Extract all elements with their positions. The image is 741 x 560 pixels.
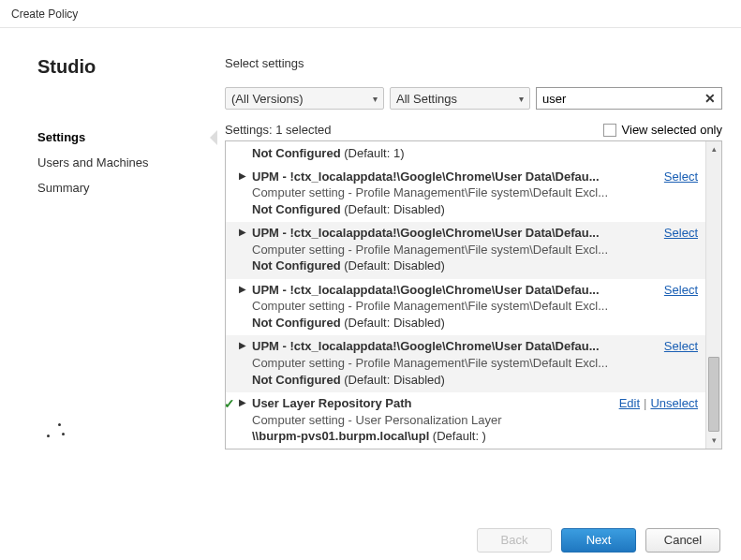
- nav-summary[interactable]: Summary: [37, 175, 215, 200]
- count-prefix: Settings:: [225, 123, 273, 137]
- versions-dropdown-label: (All Versions): [231, 92, 304, 106]
- chevron-down-icon: ▾: [373, 94, 378, 104]
- row-actions: Select: [664, 169, 698, 185]
- select-link[interactable]: Select: [664, 339, 698, 353]
- setting-row[interactable]: ▶ Select UPM - !ctx_localappdata!\Google…: [226, 279, 705, 336]
- scope-dropdown[interactable]: All Settings ▾: [390, 87, 530, 110]
- studio-title: Studio: [37, 56, 215, 78]
- expand-icon[interactable]: ▶: [239, 169, 246, 183]
- next-button[interactable]: Next: [561, 528, 636, 553]
- wizard-nav: Settings Users and Machines Summary: [37, 125, 215, 200]
- back-button: Back: [477, 528, 552, 553]
- settings-count: Settings: 1 selected: [225, 123, 331, 137]
- check-icon: ✓: [226, 395, 235, 413]
- expand-icon[interactable]: ▶: [239, 283, 246, 296]
- content-header: Select settings: [225, 56, 722, 70]
- row-actions: Select: [664, 338, 698, 355]
- setting-status: Not Configured (Default: Disabled): [252, 372, 700, 389]
- scroll-up-icon[interactable]: ▴: [706, 141, 721, 157]
- content: Select settings (All Versions) ▾ All Set…: [215, 28, 741, 524]
- select-link[interactable]: Select: [664, 169, 698, 184]
- setting-title: UPM - !ctx_localappdata!\Google\Chrome\U…: [252, 282, 700, 299]
- view-selected-label: View selected only: [622, 123, 722, 137]
- view-selected-checkbox[interactable]: [603, 124, 616, 137]
- row-actions: Edit|Unselect: [619, 395, 698, 412]
- edit-link[interactable]: Edit: [619, 396, 640, 410]
- setting-title: UPM - !ctx_localappdata!\Google\Chrome\U…: [252, 169, 700, 185]
- setting-sub: Computer setting - Profile Management\Fi…: [252, 298, 700, 315]
- nav-settings[interactable]: Settings: [37, 125, 215, 150]
- setting-sub: Computer setting - Profile Management\Fi…: [252, 355, 700, 372]
- sidebar: Studio Settings Users and Machines Summa…: [0, 28, 215, 524]
- cancel-button[interactable]: Cancel: [645, 528, 720, 553]
- view-selected-wrap: View selected only: [603, 123, 722, 137]
- main: Studio Settings Users and Machines Summa…: [0, 28, 741, 524]
- nav-label: Settings: [37, 130, 85, 144]
- count-value: 1 selected: [275, 123, 331, 137]
- expand-icon[interactable]: ▶: [239, 396, 246, 409]
- setting-status: \\burpm-pvs01.burpm.local\upl (Default: …: [252, 428, 700, 445]
- select-link[interactable]: Select: [664, 283, 698, 297]
- setting-status: Not Configured (Default: Disabled): [252, 258, 700, 274]
- setting-row[interactable]: ▶ Select UPM - !ctx_localappdata!\Google…: [226, 335, 705, 392]
- filter-row: (All Versions) ▾ All Settings ▾ ✕: [225, 87, 722, 110]
- search-input[interactable]: [542, 92, 704, 106]
- scrollbar[interactable]: ▴ ▾: [705, 141, 721, 449]
- scroll-thumb[interactable]: [708, 357, 719, 432]
- select-link[interactable]: Select: [664, 226, 698, 240]
- setting-sub: Computer setting - Profile Management\Fi…: [252, 184, 700, 201]
- row-actions: Select: [664, 225, 698, 242]
- setting-sub: Computer setting - User Personalization …: [252, 412, 700, 429]
- chevron-down-icon: ▾: [519, 94, 524, 104]
- setting-row[interactable]: ✓ ▶ Edit|Unselect User Layer Repository …: [226, 392, 705, 449]
- setting-title: UPM - !ctx_localappdata!\Google\Chrome\U…: [252, 225, 700, 242]
- setting-status: Not Configured (Default: 1): [252, 145, 700, 162]
- setting-status: Not Configured (Default: Disabled): [252, 201, 700, 218]
- setting-status: Not Configured (Default: Disabled): [252, 315, 700, 332]
- loading-dots-icon: [47, 421, 66, 440]
- setting-title: UPM - !ctx_localappdata!\Google\Chrome\U…: [252, 338, 700, 355]
- scroll-down-icon[interactable]: ▾: [706, 433, 721, 449]
- setting-row[interactable]: Not Configured (Default: 1): [226, 141, 705, 166]
- versions-dropdown[interactable]: (All Versions) ▾: [225, 87, 384, 110]
- unselect-link[interactable]: Unselect: [650, 396, 698, 410]
- search-box: ✕: [536, 87, 722, 110]
- wizard-buttons: Back Next Cancel: [477, 528, 720, 553]
- row-actions: Select: [664, 282, 698, 299]
- expand-icon[interactable]: ▶: [239, 226, 246, 239]
- count-row: Settings: 1 selected View selected only: [225, 123, 722, 137]
- expand-icon[interactable]: ▶: [239, 339, 246, 352]
- settings-list-body: Not Configured (Default: 1) ▶ Select UPM…: [226, 141, 705, 449]
- setting-sub: Computer setting - Profile Management\Fi…: [252, 242, 700, 258]
- action-sep: |: [644, 396, 646, 410]
- settings-list: Not Configured (Default: 1) ▶ Select UPM…: [225, 140, 722, 449]
- scope-dropdown-label: All Settings: [396, 92, 457, 106]
- clear-search-icon[interactable]: ✕: [704, 91, 716, 106]
- setting-row[interactable]: ▶ Select UPM - !ctx_localappdata!\Google…: [226, 166, 705, 223]
- setting-row[interactable]: ▶ Select UPM - !ctx_localappdata!\Google…: [226, 222, 705, 279]
- nav-users-machines[interactable]: Users and Machines: [37, 150, 215, 175]
- window-title: Create Policy: [0, 0, 741, 28]
